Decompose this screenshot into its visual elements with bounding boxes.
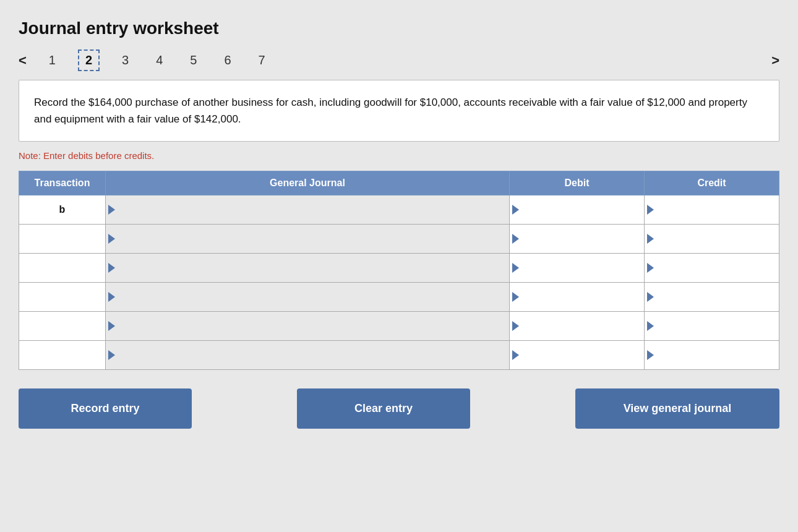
description-box: Record the $164,000 purchase of another … [19, 80, 779, 142]
credit-input-2[interactable] [654, 225, 779, 253]
credit-arrow-5 [647, 321, 654, 331]
debit-cell-6[interactable] [510, 341, 645, 370]
journal-input-3[interactable] [115, 254, 509, 282]
table-row: b [19, 195, 779, 225]
debit-cell-1[interactable] [510, 195, 645, 225]
debit-arrow-4 [512, 292, 519, 302]
journal-cell-5[interactable] [106, 312, 510, 341]
row-arrow-2 [108, 234, 115, 244]
journal-input-4[interactable] [115, 283, 509, 311]
credit-cell-6[interactable] [645, 341, 779, 370]
row-arrow-6 [108, 350, 115, 360]
clear-entry-button[interactable]: Clear entry [297, 388, 470, 429]
journal-input-2[interactable] [115, 225, 509, 253]
col-header-credit: Credit [645, 171, 779, 195]
tab-7[interactable]: 7 [254, 51, 270, 70]
debit-input-6[interactable] [519, 341, 644, 369]
row-arrow-4 [108, 292, 115, 302]
credit-arrow-2 [647, 234, 654, 244]
debit-cell-3[interactable] [510, 254, 645, 283]
debit-arrow-1 [512, 205, 519, 215]
description-text: Record the $164,000 purchase of another … [34, 97, 747, 125]
note-text: Note: Enter debits before credits. [19, 150, 779, 161]
debit-input-3[interactable] [519, 254, 644, 282]
tab-1[interactable]: 1 [44, 51, 61, 70]
transaction-cell-6 [19, 341, 106, 370]
journal-cell-6[interactable] [106, 341, 510, 370]
debit-input-4[interactable] [519, 283, 644, 311]
debit-arrow-6 [512, 350, 519, 360]
transaction-cell-4 [19, 283, 106, 312]
credit-cell-2[interactable] [645, 225, 779, 254]
row-arrow-3 [108, 263, 115, 273]
debit-input-5[interactable] [519, 312, 644, 340]
credit-input-5[interactable] [654, 312, 779, 340]
journal-table: Transaction General Journal Debit Credit… [19, 171, 779, 370]
journal-cell-3[interactable] [106, 254, 510, 283]
credit-arrow-4 [647, 292, 654, 302]
page-title: Journal entry worksheet [19, 19, 779, 38]
debit-cell-4[interactable] [510, 283, 645, 312]
tab-5[interactable]: 5 [185, 51, 202, 70]
credit-arrow-1 [647, 205, 654, 215]
debit-arrow-2 [512, 234, 519, 244]
table-row [19, 254, 779, 283]
credit-input-3[interactable] [654, 254, 779, 282]
buttons-row: Record entry Clear entry View general jo… [19, 388, 779, 429]
tab-3[interactable]: 3 [117, 51, 134, 70]
credit-arrow-6 [647, 350, 654, 360]
credit-input-6[interactable] [654, 341, 779, 369]
debit-cell-2[interactable] [510, 225, 645, 254]
col-header-transaction: Transaction [19, 171, 106, 195]
journal-cell-4[interactable] [106, 283, 510, 312]
row-arrow-1 [108, 205, 115, 215]
debit-arrow-5 [512, 321, 519, 331]
col-header-general-journal: General Journal [106, 171, 510, 195]
credit-cell-4[interactable] [645, 283, 779, 312]
journal-input-6[interactable] [115, 341, 509, 369]
debit-cell-5[interactable] [510, 312, 645, 341]
table-row [19, 225, 779, 254]
transaction-cell-2 [19, 225, 106, 254]
tab-6[interactable]: 6 [219, 51, 236, 70]
table-row [19, 283, 779, 312]
tab-2[interactable]: 2 [78, 49, 100, 71]
table-row [19, 312, 779, 341]
record-entry-button[interactable]: Record entry [19, 388, 192, 429]
credit-input-1[interactable] [654, 195, 779, 224]
credit-cell-3[interactable] [645, 254, 779, 283]
view-general-journal-button[interactable]: View general journal [575, 388, 779, 429]
journal-cell-2[interactable] [106, 225, 510, 254]
tab-navigation: < 1 2 3 4 5 6 7 > [19, 49, 779, 71]
debit-input-2[interactable] [519, 225, 644, 253]
transaction-cell-5 [19, 312, 106, 341]
row-arrow-5 [108, 321, 115, 331]
credit-cell-1[interactable] [645, 195, 779, 225]
prev-arrow[interactable]: < [19, 53, 27, 69]
credit-cell-5[interactable] [645, 312, 779, 341]
table-row [19, 341, 779, 370]
col-header-debit: Debit [510, 171, 645, 195]
debit-arrow-3 [512, 263, 519, 273]
journal-input-5[interactable] [115, 312, 509, 340]
credit-input-4[interactable] [654, 283, 779, 311]
journal-cell-1[interactable] [106, 195, 510, 225]
journal-input-1[interactable] [115, 195, 509, 224]
next-arrow[interactable]: > [771, 53, 779, 69]
transaction-cell-1: b [19, 195, 106, 225]
transaction-cell-3 [19, 254, 106, 283]
tab-4[interactable]: 4 [151, 51, 168, 70]
credit-arrow-3 [647, 263, 654, 273]
debit-input-1[interactable] [519, 195, 644, 224]
